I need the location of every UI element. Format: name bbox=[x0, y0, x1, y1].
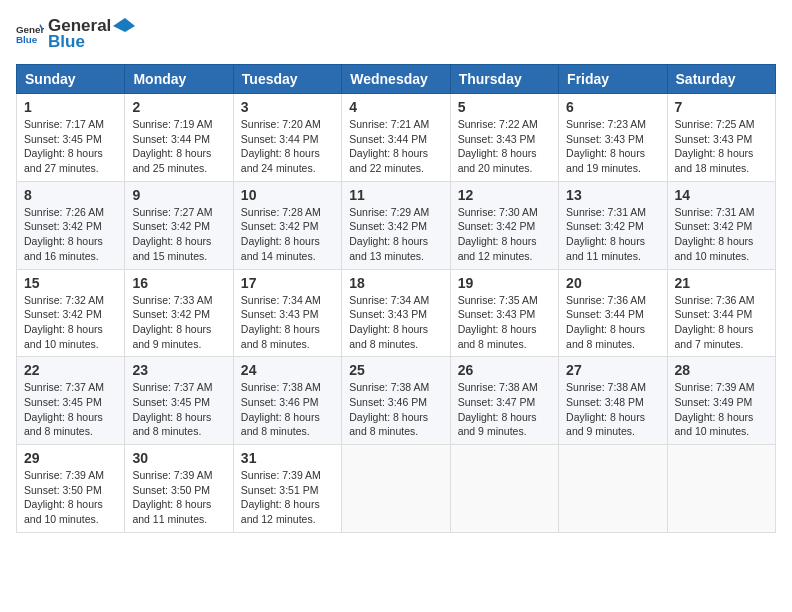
daylight-label: Daylight: 8 hours and 10 minutes. bbox=[675, 411, 754, 438]
sunrise-label: Sunrise: 7:36 AM bbox=[566, 294, 646, 306]
daylight-label: Daylight: 8 hours and 8 minutes. bbox=[349, 411, 428, 438]
calendar-cell: 4 Sunrise: 7:21 AM Sunset: 3:44 PM Dayli… bbox=[342, 94, 450, 182]
svg-text:Blue: Blue bbox=[16, 34, 38, 45]
day-info: Sunrise: 7:34 AM Sunset: 3:43 PM Dayligh… bbox=[349, 293, 442, 352]
day-number: 20 bbox=[566, 275, 659, 291]
svg-marker-3 bbox=[113, 18, 135, 32]
day-info: Sunrise: 7:39 AM Sunset: 3:49 PM Dayligh… bbox=[675, 380, 768, 439]
daylight-label: Daylight: 8 hours and 24 minutes. bbox=[241, 147, 320, 174]
day-number: 3 bbox=[241, 99, 334, 115]
sunset-label: Sunset: 3:42 PM bbox=[458, 220, 536, 232]
weekday-header-friday: Friday bbox=[559, 65, 667, 94]
day-number: 9 bbox=[132, 187, 225, 203]
sunset-label: Sunset: 3:43 PM bbox=[241, 308, 319, 320]
daylight-label: Daylight: 8 hours and 8 minutes. bbox=[24, 411, 103, 438]
calendar-cell: 1 Sunrise: 7:17 AM Sunset: 3:45 PM Dayli… bbox=[17, 94, 125, 182]
day-number: 30 bbox=[132, 450, 225, 466]
calendar-cell: 23 Sunrise: 7:37 AM Sunset: 3:45 PM Dayl… bbox=[125, 357, 233, 445]
calendar-cell: 9 Sunrise: 7:27 AM Sunset: 3:42 PM Dayli… bbox=[125, 181, 233, 269]
day-info: Sunrise: 7:31 AM Sunset: 3:42 PM Dayligh… bbox=[566, 205, 659, 264]
day-info: Sunrise: 7:38 AM Sunset: 3:48 PM Dayligh… bbox=[566, 380, 659, 439]
calendar-cell: 28 Sunrise: 7:39 AM Sunset: 3:49 PM Dayl… bbox=[667, 357, 775, 445]
calendar-cell: 5 Sunrise: 7:22 AM Sunset: 3:43 PM Dayli… bbox=[450, 94, 558, 182]
calendar-week-row: 29 Sunrise: 7:39 AM Sunset: 3:50 PM Dayl… bbox=[17, 445, 776, 533]
sunrise-label: Sunrise: 7:31 AM bbox=[675, 206, 755, 218]
sunrise-label: Sunrise: 7:37 AM bbox=[132, 381, 212, 393]
calendar-cell: 13 Sunrise: 7:31 AM Sunset: 3:42 PM Dayl… bbox=[559, 181, 667, 269]
daylight-label: Daylight: 8 hours and 8 minutes. bbox=[241, 323, 320, 350]
day-info: Sunrise: 7:37 AM Sunset: 3:45 PM Dayligh… bbox=[24, 380, 117, 439]
calendar-cell: 21 Sunrise: 7:36 AM Sunset: 3:44 PM Dayl… bbox=[667, 269, 775, 357]
daylight-label: Daylight: 8 hours and 27 minutes. bbox=[24, 147, 103, 174]
calendar-cell: 27 Sunrise: 7:38 AM Sunset: 3:48 PM Dayl… bbox=[559, 357, 667, 445]
day-number: 1 bbox=[24, 99, 117, 115]
day-info: Sunrise: 7:20 AM Sunset: 3:44 PM Dayligh… bbox=[241, 117, 334, 176]
day-info: Sunrise: 7:29 AM Sunset: 3:42 PM Dayligh… bbox=[349, 205, 442, 264]
sunrise-label: Sunrise: 7:36 AM bbox=[675, 294, 755, 306]
sunrise-label: Sunrise: 7:39 AM bbox=[241, 469, 321, 481]
calendar-cell bbox=[342, 445, 450, 533]
sunrise-label: Sunrise: 7:34 AM bbox=[241, 294, 321, 306]
sunrise-label: Sunrise: 7:33 AM bbox=[132, 294, 212, 306]
day-number: 22 bbox=[24, 362, 117, 378]
daylight-label: Daylight: 8 hours and 8 minutes. bbox=[458, 323, 537, 350]
calendar-cell: 25 Sunrise: 7:38 AM Sunset: 3:46 PM Dayl… bbox=[342, 357, 450, 445]
calendar-cell: 18 Sunrise: 7:34 AM Sunset: 3:43 PM Dayl… bbox=[342, 269, 450, 357]
sunset-label: Sunset: 3:42 PM bbox=[241, 220, 319, 232]
daylight-label: Daylight: 8 hours and 16 minutes. bbox=[24, 235, 103, 262]
sunset-label: Sunset: 3:44 PM bbox=[675, 308, 753, 320]
weekday-header-tuesday: Tuesday bbox=[233, 65, 341, 94]
daylight-label: Daylight: 8 hours and 9 minutes. bbox=[566, 411, 645, 438]
daylight-label: Daylight: 8 hours and 10 minutes. bbox=[675, 235, 754, 262]
calendar-cell: 2 Sunrise: 7:19 AM Sunset: 3:44 PM Dayli… bbox=[125, 94, 233, 182]
daylight-label: Daylight: 8 hours and 9 minutes. bbox=[458, 411, 537, 438]
daylight-label: Daylight: 8 hours and 10 minutes. bbox=[24, 498, 103, 525]
sunset-label: Sunset: 3:43 PM bbox=[349, 308, 427, 320]
day-info: Sunrise: 7:19 AM Sunset: 3:44 PM Dayligh… bbox=[132, 117, 225, 176]
sunrise-label: Sunrise: 7:30 AM bbox=[458, 206, 538, 218]
day-info: Sunrise: 7:35 AM Sunset: 3:43 PM Dayligh… bbox=[458, 293, 551, 352]
day-number: 18 bbox=[349, 275, 442, 291]
sunset-label: Sunset: 3:42 PM bbox=[349, 220, 427, 232]
calendar-cell: 31 Sunrise: 7:39 AM Sunset: 3:51 PM Dayl… bbox=[233, 445, 341, 533]
calendar-week-row: 8 Sunrise: 7:26 AM Sunset: 3:42 PM Dayli… bbox=[17, 181, 776, 269]
sunset-label: Sunset: 3:45 PM bbox=[24, 133, 102, 145]
logo-icon: General Blue bbox=[16, 20, 44, 48]
sunset-label: Sunset: 3:42 PM bbox=[566, 220, 644, 232]
sunset-label: Sunset: 3:44 PM bbox=[132, 133, 210, 145]
sunset-label: Sunset: 3:42 PM bbox=[24, 308, 102, 320]
sunrise-label: Sunrise: 7:35 AM bbox=[458, 294, 538, 306]
sunset-label: Sunset: 3:44 PM bbox=[241, 133, 319, 145]
daylight-label: Daylight: 8 hours and 8 minutes. bbox=[132, 411, 211, 438]
day-number: 5 bbox=[458, 99, 551, 115]
day-info: Sunrise: 7:36 AM Sunset: 3:44 PM Dayligh… bbox=[675, 293, 768, 352]
day-number: 25 bbox=[349, 362, 442, 378]
sunset-label: Sunset: 3:51 PM bbox=[241, 484, 319, 496]
day-info: Sunrise: 7:39 AM Sunset: 3:50 PM Dayligh… bbox=[132, 468, 225, 527]
daylight-label: Daylight: 8 hours and 11 minutes. bbox=[132, 498, 211, 525]
calendar-cell: 14 Sunrise: 7:31 AM Sunset: 3:42 PM Dayl… bbox=[667, 181, 775, 269]
daylight-label: Daylight: 8 hours and 18 minutes. bbox=[675, 147, 754, 174]
day-number: 23 bbox=[132, 362, 225, 378]
day-info: Sunrise: 7:17 AM Sunset: 3:45 PM Dayligh… bbox=[24, 117, 117, 176]
sunset-label: Sunset: 3:42 PM bbox=[132, 308, 210, 320]
daylight-label: Daylight: 8 hours and 22 minutes. bbox=[349, 147, 428, 174]
sunrise-label: Sunrise: 7:25 AM bbox=[675, 118, 755, 130]
sunset-label: Sunset: 3:50 PM bbox=[132, 484, 210, 496]
day-number: 29 bbox=[24, 450, 117, 466]
sunrise-label: Sunrise: 7:21 AM bbox=[349, 118, 429, 130]
sunrise-label: Sunrise: 7:28 AM bbox=[241, 206, 321, 218]
day-number: 26 bbox=[458, 362, 551, 378]
day-number: 17 bbox=[241, 275, 334, 291]
weekday-header-saturday: Saturday bbox=[667, 65, 775, 94]
daylight-label: Daylight: 8 hours and 19 minutes. bbox=[566, 147, 645, 174]
calendar-cell: 19 Sunrise: 7:35 AM Sunset: 3:43 PM Dayl… bbox=[450, 269, 558, 357]
logo: General Blue General Blue bbox=[16, 16, 135, 52]
sunset-label: Sunset: 3:50 PM bbox=[24, 484, 102, 496]
day-number: 2 bbox=[132, 99, 225, 115]
day-info: Sunrise: 7:27 AM Sunset: 3:42 PM Dayligh… bbox=[132, 205, 225, 264]
day-number: 24 bbox=[241, 362, 334, 378]
sunset-label: Sunset: 3:43 PM bbox=[566, 133, 644, 145]
sunrise-label: Sunrise: 7:26 AM bbox=[24, 206, 104, 218]
calendar-cell: 22 Sunrise: 7:37 AM Sunset: 3:45 PM Dayl… bbox=[17, 357, 125, 445]
